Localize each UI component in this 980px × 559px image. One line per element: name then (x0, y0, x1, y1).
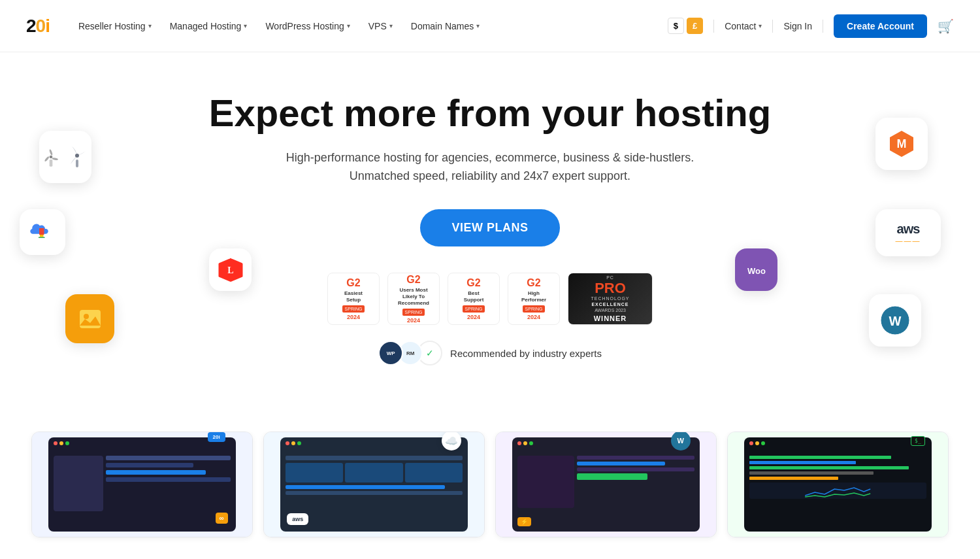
hero-title: Expect more from your hosting (196, 92, 784, 135)
cart-icon[interactable]: 🛒 (938, 18, 954, 34)
screen-reseller: 20i ∞ (48, 437, 235, 532)
laravel-icon-float: L (209, 248, 252, 291)
recommended-text: Recommended by industry experts (450, 348, 602, 359)
svg-text:W: W (889, 314, 902, 328)
nav-divider-3 (823, 20, 823, 33)
badge-best-support: G2 Best Support SPRING 2024 (448, 273, 500, 325)
badge-users-recommend: G2 Users Most Likely To Recommend SPRING… (387, 273, 440, 325)
nav-wordpress-hosting[interactable]: WordPress Hosting ▾ (257, 16, 357, 37)
view-plans-button[interactable]: VIEW PLANS (420, 209, 559, 246)
svg-text:Woo: Woo (747, 266, 766, 276)
nav-left: 20i Reseller Hosting ▾ Managed Hosting ▾… (26, 16, 487, 37)
magento-icon-float: M (875, 118, 928, 170)
logo[interactable]: 20i (26, 16, 50, 37)
svg-text:L: L (227, 265, 233, 275)
svg-rect-6 (76, 160, 78, 167)
nav-divider-2 (772, 20, 773, 33)
create-account-button[interactable]: Create Account (834, 14, 927, 38)
screen-vps: $_ (744, 437, 931, 532)
svg-point-10 (84, 314, 89, 319)
svg-point-2 (49, 149, 53, 156)
chevron-down-icon: ▾ (759, 22, 762, 29)
svg-rect-0 (50, 160, 53, 167)
card-vps-hosting: $_ (727, 432, 949, 537)
nav-managed-hosting[interactable]: Managed Hosting ▾ (162, 16, 255, 37)
badges-row: G2 Easiest Setup SPRING 2024 G2 Users Mo… (26, 273, 954, 325)
nav-right: $ £ Contact ▾ Sign In Create Account 🛒 (668, 14, 954, 38)
nav-divider (713, 20, 714, 33)
aws-icon-float: aws ——— (875, 209, 941, 256)
card-reseller-img: 20i ∞ (32, 432, 252, 537)
chevron-down-icon: ▾ (347, 22, 350, 29)
wp-mayor-logo: WP (378, 341, 403, 365)
image-placeholder-icon-float (65, 294, 114, 343)
badge-easiest-setup: G2 Easiest Setup SPRING 2024 (327, 273, 380, 325)
nav-vps[interactable]: VPS ▾ (361, 16, 400, 37)
chevron-down-icon: ▾ (244, 22, 247, 29)
svg-point-7 (75, 154, 79, 158)
svg-point-4 (44, 156, 50, 162)
card-reseller-hosting: 20i ∞ (31, 432, 253, 537)
hero-section: 💨 (0, 52, 980, 432)
nav-links: Reseller Hosting ▾ Managed Hosting ▾ Wor… (71, 16, 487, 37)
svg-point-3 (52, 158, 58, 161)
gbp-currency-btn[interactable]: £ (687, 18, 703, 34)
nav-domain-names[interactable]: Domain Names ▾ (403, 16, 487, 37)
screen-cloud: aws ☁️ (280, 437, 467, 532)
recommended-row: WP RM ✓ Recommended by industry experts (26, 341, 954, 365)
chevron-down-icon: ▾ (389, 22, 393, 29)
rec-logos-group: WP RM ✓ (378, 341, 442, 365)
google-cloud-icon-float (20, 209, 65, 255)
badge-high-performer: G2 High Performer SPRING 2024 (508, 273, 560, 325)
cards-row: 20i ∞ (0, 432, 980, 559)
woocommerce-icon-float: Woo (735, 248, 777, 291)
svg-point-1 (50, 156, 53, 159)
usd-currency-btn[interactable]: $ (668, 18, 684, 34)
wordpress-icon-float: W (869, 294, 921, 347)
chevron-down-icon: ▾ (148, 22, 152, 29)
card-vps-img: $_ (728, 432, 948, 537)
hero-subtitle: High-performance hosting for agencies, e… (268, 148, 712, 186)
nav-contact[interactable]: Contact ▾ (725, 21, 762, 31)
card-wp-img: W ⚡ (496, 432, 716, 537)
main-nav: 20i Reseller Hosting ▾ Managed Hosting ▾… (0, 0, 980, 52)
currency-group: $ £ (668, 18, 703, 34)
aws-smile: ——— (896, 237, 921, 245)
badge-pcpro: PC PRO TECHNOLOGY EXCELLENCE AWARDS 2023… (568, 273, 653, 325)
nav-reseller-hosting[interactable]: Reseller Hosting ▾ (71, 16, 159, 37)
card-cloud-hosting: aws ☁️ (263, 432, 485, 537)
sign-in-link[interactable]: Sign In (783, 21, 812, 31)
card-wordpress-hosting: W ⚡ (495, 432, 717, 537)
svg-text:M: M (897, 137, 907, 150)
chevron-down-icon: ▾ (476, 22, 480, 29)
aws-logo-text: aws (896, 222, 921, 237)
screen-wp: W ⚡ (512, 437, 699, 532)
windmill-icon-float: 💨 (39, 131, 91, 183)
logo-text: 20i (26, 16, 50, 37)
windmill-emoji (63, 141, 91, 173)
card-cloud-img: aws ☁️ (264, 432, 484, 537)
